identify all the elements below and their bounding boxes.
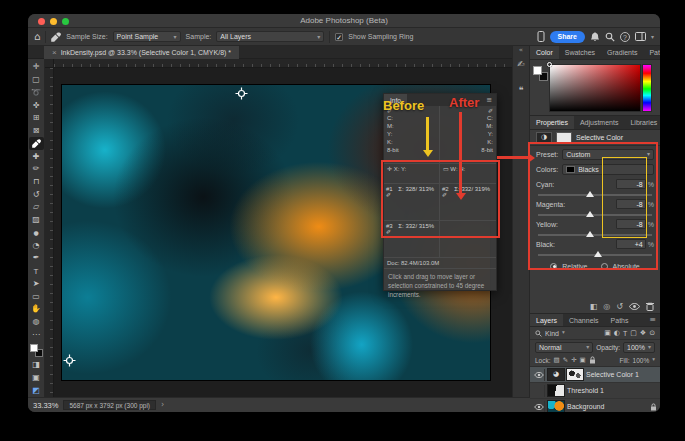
help-icon[interactable]: ? — [620, 32, 630, 42]
history-brush-tool[interactable]: ↺ — [29, 188, 44, 201]
visibility-eye-icon[interactable] — [629, 303, 640, 310]
filter-shape-layers-icon[interactable]: ▢ — [630, 330, 637, 337]
eraser-tool[interactable]: ▱ — [29, 201, 44, 214]
comments-panel-icon[interactable]: ❝ — [513, 86, 529, 95]
lock-all-icon[interactable] — [589, 356, 596, 364]
layer-mask-thumbnail[interactable] — [567, 369, 583, 380]
panel-menu-icon[interactable]: ≡ — [482, 97, 496, 104]
notifications-bell-icon[interactable] — [590, 32, 600, 42]
dodge-tool[interactable]: ◔ — [29, 239, 44, 252]
lock-position-icon[interactable]: ✛ — [571, 357, 576, 364]
color-picker-handle[interactable] — [547, 62, 552, 67]
expand-panels-icon[interactable]: « — [513, 47, 529, 54]
adjustment-layer-thumbnail[interactable] — [548, 385, 564, 396]
shape-tool[interactable]: ▭ — [29, 290, 44, 303]
zoom-tool[interactable]: ◍ — [29, 316, 44, 329]
tab-libraries[interactable]: Libraries — [624, 116, 660, 129]
filter-adjustment-layers-icon[interactable]: ◐ — [614, 330, 620, 337]
layer-row-background[interactable]: Background — [530, 399, 660, 412]
tab-adjustments[interactable]: Adjustments — [574, 116, 625, 129]
sampler-highlight-rectangle — [381, 160, 500, 238]
lasso-tool[interactable]: ➰ — [29, 86, 44, 99]
lock-transparent-pixels-icon[interactable]: ▨ — [554, 357, 560, 364]
type-tool[interactable]: T — [29, 265, 44, 278]
tab-patterns[interactable]: Patterns — [643, 46, 660, 59]
saturation-brightness-field[interactable] — [550, 65, 640, 111]
layer-row-threshold[interactable]: Threshold 1 — [530, 383, 660, 399]
adjustment-layer-thumbnail[interactable]: ◕ — [548, 369, 564, 380]
sample-size-dropdown[interactable]: Point Sample ▾ — [113, 31, 181, 42]
filter-toggle-icon[interactable]: ⊙ — [649, 330, 655, 337]
edit-toolbar-icon[interactable]: ⋯ — [29, 328, 44, 341]
search-icon[interactable] — [605, 32, 615, 42]
hand-tool[interactable]: ✋ — [29, 303, 44, 316]
filter-smart-objects-icon[interactable]: ❖ — [640, 330, 646, 337]
tab-paths[interactable]: Paths — [605, 314, 635, 326]
zoom-level[interactable]: 33.33% — [33, 401, 58, 410]
device-preview-icon[interactable] — [537, 31, 545, 42]
workspace-switcher-icon[interactable] — [635, 32, 646, 41]
brush-tool[interactable]: ✏ — [29, 163, 44, 176]
color-sampler-marker[interactable] — [235, 87, 248, 100]
fill-label: Fill: — [620, 357, 630, 364]
info-second-color-readout: ✐ C: M: Y: K: 8-bit — [440, 106, 496, 163]
pen-tool[interactable]: ✒ — [29, 252, 44, 265]
workspace-extra-icon[interactable]: ◩ — [29, 384, 44, 397]
panel-menu-icon[interactable]: ≡ — [645, 314, 660, 326]
foreground-color-swatch[interactable] — [30, 344, 38, 352]
tab-layers[interactable]: Layers — [530, 314, 563, 326]
object-selection-tool[interactable]: ✜ — [29, 99, 44, 112]
tab-gradients[interactable]: Gradients — [601, 46, 643, 59]
fill-value[interactable]: 100% — [633, 357, 650, 364]
previous-state-icon[interactable]: ◎ — [603, 303, 610, 311]
move-tool[interactable]: ✛ — [29, 61, 44, 74]
healing-brush-tool[interactable]: ✚ — [29, 150, 44, 163]
status-chevron-icon[interactable]: › — [161, 401, 164, 409]
show-sampling-ring-checkbox[interactable]: ✓ — [335, 33, 343, 41]
opacity-dropdown[interactable]: 100% ▾ — [623, 342, 655, 353]
share-button[interactable]: Share — [550, 31, 585, 43]
sample-dropdown[interactable]: All Layers ▾ — [216, 31, 324, 42]
tab-color[interactable]: Color — [530, 46, 559, 59]
lock-artboard-icon[interactable]: ▣ — [580, 357, 586, 364]
quick-mask-icon[interactable]: ◨ — [29, 359, 44, 372]
tab-swatches[interactable]: Swatches — [559, 46, 601, 59]
marquee-tool[interactable]: ▢ — [29, 74, 44, 87]
document-tab[interactable]: × InkDensity.psd @ 33.3% (Selective Colo… — [44, 46, 239, 59]
visibility-eye-icon[interactable] — [533, 401, 545, 413]
learn-panel-icon[interactable]: ✍ — [513, 60, 529, 69]
tab-channels[interactable]: Channels — [563, 314, 605, 326]
filter-type-layers-icon[interactable]: T — [623, 330, 627, 337]
close-tab-icon[interactable]: × — [52, 48, 57, 57]
foreground-background-swatches[interactable] — [533, 66, 548, 81]
filter-kind-dropdown[interactable]: Kind — [545, 330, 559, 337]
home-icon[interactable]: ⌂ — [34, 32, 40, 42]
gradient-tool[interactable]: ▨ — [29, 214, 44, 227]
hue-slider[interactable] — [643, 65, 651, 111]
visibility-eye-icon[interactable] — [533, 369, 545, 381]
visibility-eye-empty[interactable] — [533, 385, 545, 397]
lock-image-pixels-icon[interactable]: ✎ — [563, 357, 568, 364]
vertical-ruler — [45, 68, 54, 397]
filter-pixel-layers-icon[interactable]: ▣ — [604, 330, 611, 337]
path-selection-tool[interactable]: ➤ — [29, 277, 44, 290]
reset-icon[interactable]: ↺ — [616, 303, 623, 311]
eyedropper-tool[interactable] — [29, 137, 44, 150]
clip-to-layer-icon[interactable]: ◧ — [590, 303, 598, 311]
foreground-background-swatches[interactable] — [30, 344, 43, 357]
screen-mode-icon[interactable]: ▣ — [29, 372, 44, 385]
tab-properties[interactable]: Properties — [530, 116, 574, 129]
foreground-color-swatch[interactable] — [533, 66, 542, 75]
sample-size-label: Sample Size: — [66, 33, 107, 40]
layer-thumbnail[interactable] — [548, 401, 564, 412]
clone-stamp-tool[interactable]: ⊓ — [29, 176, 44, 189]
eyedropper-tool-icon[interactable] — [51, 32, 61, 42]
crop-tool[interactable]: ⊞ — [29, 112, 44, 125]
window-title: Adobe Photoshop (Beta) — [28, 16, 660, 25]
blend-mode-dropdown[interactable]: Normal ▾ — [535, 342, 593, 353]
layer-row-selective-color[interactable]: ◕ Selective Color 1 — [530, 367, 660, 383]
frame-tool[interactable]: ⊠ — [29, 125, 44, 138]
delete-adjustment-icon[interactable] — [646, 302, 654, 311]
color-sampler-marker[interactable] — [63, 354, 76, 367]
blur-tool[interactable]: ● — [29, 227, 44, 240]
